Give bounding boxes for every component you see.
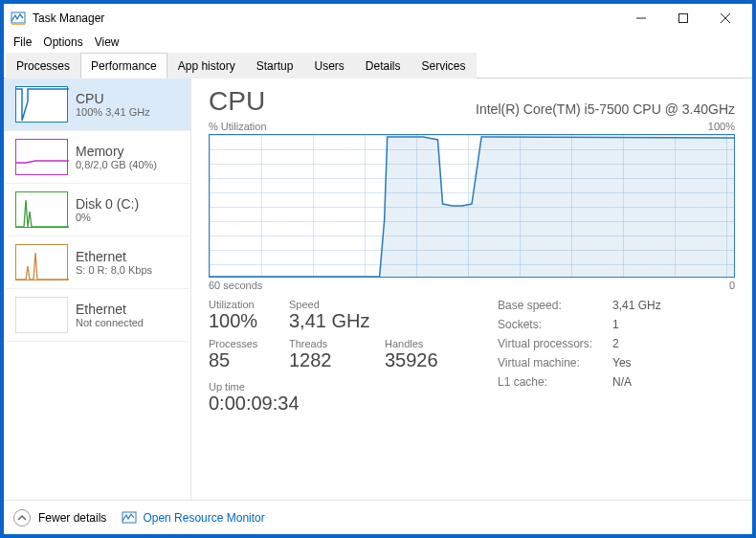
cpu-graph[interactable]	[209, 134, 735, 278]
tab-details[interactable]: Details	[355, 53, 411, 78]
stat-handles: 35926	[385, 349, 480, 371]
stat-processes: 85	[209, 349, 289, 371]
menu-view[interactable]: View	[89, 34, 125, 51]
sidebar-item-label: CPU	[76, 91, 150, 106]
maximize-button[interactable]	[662, 5, 704, 32]
stat-threads: 1282	[289, 349, 385, 371]
detail-key: Base speed:	[498, 299, 612, 318]
disk-thumb-icon	[15, 191, 68, 228]
sidebar-item-sub: 100% 3,41 GHz	[76, 106, 150, 118]
page-title: CPU	[209, 86, 265, 117]
close-button[interactable]	[704, 5, 746, 32]
sidebar-item-label: Disk 0 (C:)	[76, 196, 139, 212]
menu-options[interactable]: Options	[37, 34, 88, 51]
window-title: Task Manager	[33, 11, 620, 25]
graph-label-max: 100%	[708, 121, 735, 132]
ethernet-thumb-icon	[15, 244, 68, 280]
detail-val: 1	[612, 318, 619, 337]
sidebar-item-disk0[interactable]: Disk 0 (C:) 0%	[4, 184, 190, 236]
stat-uptime: 0:00:09:34	[209, 392, 480, 415]
processor-name: Intel(R) Core(TM) i5-7500 CPU @ 3.40GHz	[265, 101, 735, 117]
resource-monitor-icon	[122, 510, 137, 526]
tabstrip: Processes Performance App history Startu…	[4, 52, 752, 78]
sidebar-item-sub: Not connected	[76, 317, 144, 328]
tab-app-history[interactable]: App history	[167, 53, 246, 78]
sidebar: CPU 100% 3,41 GHz Memory 0,8/2,0 GB (40%…	[4, 78, 191, 500]
app-icon	[10, 10, 27, 27]
graph-axis-right: 0	[729, 280, 735, 291]
sidebar-item-sub: 0,8/2,0 GB (40%)	[76, 159, 157, 170]
cpu-thumb-icon	[15, 86, 68, 123]
sidebar-item-label: Ethernet	[76, 302, 144, 317]
sidebar-item-ethernet1[interactable]: Ethernet S: 0 R: 8,0 Kbps	[4, 236, 190, 289]
sidebar-item-sub: 0%	[76, 212, 139, 223]
footer: Fewer details Open Resource Monitor	[4, 500, 752, 534]
details-list: Base speed:3,41 GHz Sockets:1 Virtual pr…	[498, 299, 661, 415]
open-resource-monitor-link[interactable]: Open Resource Monitor	[143, 511, 264, 525]
detail-val: 3,41 GHz	[612, 299, 661, 318]
sidebar-item-ethernet2[interactable]: Ethernet Not connected	[4, 289, 190, 342]
svg-rect-1	[11, 23, 25, 25]
detail-val: 2	[612, 337, 619, 356]
tab-services[interactable]: Services	[411, 53, 477, 78]
detail-val: Yes	[612, 356, 632, 375]
stat-label: Speed	[289, 299, 385, 310]
ethernet-thumb-icon	[15, 297, 68, 333]
sidebar-item-label: Ethernet	[76, 249, 152, 264]
tab-users[interactable]: Users	[303, 53, 354, 78]
stat-speed: 3,41 GHz	[289, 310, 385, 332]
titlebar: Task Manager	[4, 4, 752, 33]
tab-processes[interactable]: Processes	[6, 53, 80, 78]
detail-key: L1 cache:	[498, 375, 612, 394]
tab-startup[interactable]: Startup	[246, 53, 304, 78]
stat-utilization: 100%	[209, 310, 289, 332]
detail-key: Virtual processors:	[498, 337, 612, 356]
stat-label: Threads	[289, 338, 385, 349]
sidebar-item-sub: S: 0 R: 8,0 Kbps	[76, 264, 152, 276]
stat-label: Handles	[385, 338, 480, 349]
sidebar-item-memory[interactable]: Memory 0,8/2,0 GB (40%)	[4, 131, 190, 184]
stat-label: Utilization	[209, 299, 289, 310]
menu-file[interactable]: File	[8, 34, 37, 51]
stat-label: Processes	[209, 338, 289, 349]
detail-val: N/A	[612, 375, 632, 394]
stat-label: Up time	[209, 381, 480, 392]
tab-performance[interactable]: Performance	[80, 53, 167, 78]
graph-label-util: % Utilization	[209, 121, 267, 132]
svg-rect-3	[679, 14, 688, 23]
detail-key: Sockets:	[498, 318, 612, 337]
graph-axis-left: 60 seconds	[209, 280, 262, 291]
fewer-details-link[interactable]: Fewer details	[38, 511, 106, 525]
sidebar-item-cpu[interactable]: CPU 100% 3,41 GHz	[4, 78, 190, 131]
detail-key: Virtual machine:	[498, 356, 612, 375]
minimize-button[interactable]	[620, 5, 662, 32]
memory-thumb-icon	[15, 139, 68, 175]
menubar: File Options View	[4, 33, 752, 52]
sidebar-item-label: Memory	[76, 144, 157, 159]
main-panel: CPU Intel(R) Core(TM) i5-7500 CPU @ 3.40…	[191, 78, 752, 500]
chevron-up-icon[interactable]	[13, 509, 31, 527]
